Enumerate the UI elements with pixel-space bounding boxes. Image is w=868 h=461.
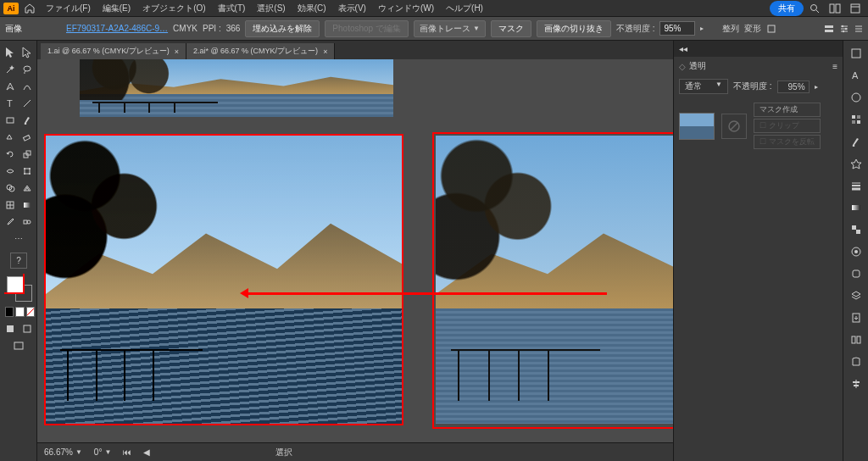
- align-panel-icon[interactable]: [849, 376, 864, 392]
- help-icon[interactable]: ?: [10, 253, 27, 269]
- isolation-mode-icon[interactable]: [824, 24, 834, 34]
- type-tool[interactable]: T: [2, 95, 18, 111]
- blend-tool[interactable]: [19, 214, 35, 230]
- asset-export-icon[interactable]: [849, 310, 864, 325]
- share-button[interactable]: 共有: [770, 1, 804, 16]
- properties-panel-icon[interactable]: [849, 46, 864, 61]
- menu-effect[interactable]: 効果(C): [292, 0, 331, 17]
- color-panel-icon[interactable]: [849, 90, 864, 105]
- blend-mode-dropdown[interactable]: 通常▼: [679, 79, 728, 94]
- menu-view[interactable]: 表示(V): [333, 0, 371, 17]
- search-icon[interactable]: [805, 2, 824, 15]
- menu-type[interactable]: 書式(T): [213, 0, 251, 17]
- panel-opacity-field[interactable]: 95%: [777, 81, 810, 93]
- home-icon[interactable]: [20, 2, 39, 15]
- fill-stroke-swatches[interactable]: [2, 275, 35, 305]
- panel-tab-transparency[interactable]: 透明: [689, 60, 706, 72]
- chevron-right-icon[interactable]: ▸: [815, 83, 818, 91]
- document-tab-1[interactable]: 1.ai @ 66.67 % (CMYK/プレビュー) ×: [41, 43, 186, 59]
- magic-wand-tool[interactable]: [2, 61, 18, 77]
- artboard-right[interactable]: [436, 136, 673, 424]
- menu-edit[interactable]: 編集(E): [97, 0, 136, 17]
- transform-panel-icon[interactable]: [766, 24, 776, 34]
- pen-tool[interactable]: [2, 78, 18, 94]
- perspective-grid-tool[interactable]: [19, 180, 35, 196]
- preferences-icon[interactable]: [839, 24, 849, 34]
- paintbrush-tool[interactable]: [19, 112, 35, 128]
- swatches-panel-icon[interactable]: [849, 112, 864, 127]
- svg-rect-2: [830, 4, 834, 13]
- workspace-icon[interactable]: [846, 2, 865, 15]
- close-icon[interactable]: ×: [175, 47, 179, 56]
- screen-mode-icon[interactable]: [2, 337, 35, 353]
- text-styles-icon[interactable]: A: [849, 68, 864, 83]
- draw-normal-icon[interactable]: [2, 320, 18, 336]
- artboard-nav-prev[interactable]: ◀: [143, 447, 150, 457]
- rectangle-tool[interactable]: [2, 112, 18, 128]
- placed-image-top[interactable]: [80, 59, 393, 117]
- transparency-panel-icon[interactable]: [849, 222, 864, 237]
- curvature-tool[interactable]: [19, 78, 35, 94]
- graphic-styles-icon[interactable]: [849, 266, 864, 281]
- brushes-panel-icon[interactable]: [849, 134, 864, 149]
- libraries-panel-icon[interactable]: [849, 354, 864, 369]
- unembed-button[interactable]: 埋め込みを解除: [245, 20, 320, 37]
- rotate-tool[interactable]: [2, 146, 18, 162]
- opacity-field[interactable]: 95%: [659, 21, 695, 36]
- linked-file-name[interactable]: EF790317-A2A2-486C-9…: [66, 24, 168, 33]
- menu-window[interactable]: ウィンドウ(W): [373, 0, 439, 17]
- stroke-panel-icon[interactable]: [849, 178, 864, 193]
- panel-collapse-icon[interactable]: ◂◂: [679, 44, 687, 53]
- menu-help[interactable]: ヘルプ(H): [441, 0, 488, 17]
- svg-point-0: [811, 4, 817, 10]
- menu-object[interactable]: オブジェクト(O): [137, 0, 210, 17]
- mesh-tool[interactable]: [2, 197, 18, 213]
- menu-select[interactable]: 選択(S): [252, 0, 290, 17]
- fill-swatch[interactable]: [7, 276, 24, 293]
- shaper-tool[interactable]: [2, 129, 18, 145]
- close-icon[interactable]: ×: [323, 47, 327, 56]
- gradient-panel-icon[interactable]: [849, 200, 864, 215]
- document-tab-2[interactable]: 2.ai* @ 66.67 % (CMYK/プレビュー) ×: [186, 43, 335, 59]
- color-mode-icon[interactable]: [5, 307, 14, 317]
- crop-image-button[interactable]: 画像の切り抜き: [537, 20, 611, 37]
- artboard-left[interactable]: [46, 136, 402, 424]
- canvas[interactable]: [37, 59, 673, 442]
- panel-menu-icon[interactable]: [854, 24, 863, 34]
- opacity-chevron-icon[interactable]: ▸: [700, 25, 704, 32]
- artboard-nav-first[interactable]: ⏮: [123, 447, 131, 457]
- shape-builder-tool[interactable]: [2, 180, 18, 196]
- appearance-panel-icon[interactable]: [849, 244, 864, 259]
- make-mask-button[interactable]: マスク作成: [754, 103, 821, 117]
- symbols-panel-icon[interactable]: [849, 156, 864, 171]
- image-trace-dropdown[interactable]: 画像トレース ▼: [414, 20, 486, 37]
- menu-file[interactable]: ファイル(F): [41, 0, 96, 17]
- gradient-tool[interactable]: [19, 197, 35, 213]
- direct-selection-tool[interactable]: [19, 44, 35, 60]
- object-thumbnail[interactable]: [679, 113, 715, 140]
- svg-point-46: [852, 93, 860, 102]
- layers-panel-icon[interactable]: [849, 288, 864, 303]
- mask-thumbnail[interactable]: [721, 114, 747, 139]
- line-tool[interactable]: [19, 95, 35, 111]
- draw-behind-icon[interactable]: [19, 320, 35, 336]
- arrange-documents-icon[interactable]: [826, 2, 844, 15]
- free-transform-tool[interactable]: [19, 163, 35, 179]
- panel-menu-icon[interactable]: ≡: [832, 62, 837, 71]
- gradient-mode-icon[interactable]: [15, 307, 24, 317]
- eraser-tool[interactable]: [19, 129, 35, 145]
- rotation-dropdown[interactable]: 0°▼: [94, 447, 111, 457]
- width-tool[interactable]: [2, 163, 18, 179]
- eyedropper-tool[interactable]: [2, 214, 18, 230]
- artboards-panel-icon[interactable]: [849, 332, 864, 347]
- svg-rect-23: [23, 135, 30, 141]
- none-mode-icon[interactable]: [26, 307, 35, 317]
- mask-button[interactable]: マスク: [491, 20, 531, 37]
- lasso-tool[interactable]: [19, 61, 35, 77]
- svg-rect-40: [24, 325, 31, 332]
- more-tools-icon[interactable]: ⋯: [2, 230, 35, 247]
- svg-rect-7: [825, 25, 833, 28]
- scale-tool[interactable]: [19, 146, 35, 162]
- selection-tool[interactable]: [2, 44, 18, 60]
- zoom-dropdown[interactable]: 66.67%▼: [44, 447, 82, 457]
